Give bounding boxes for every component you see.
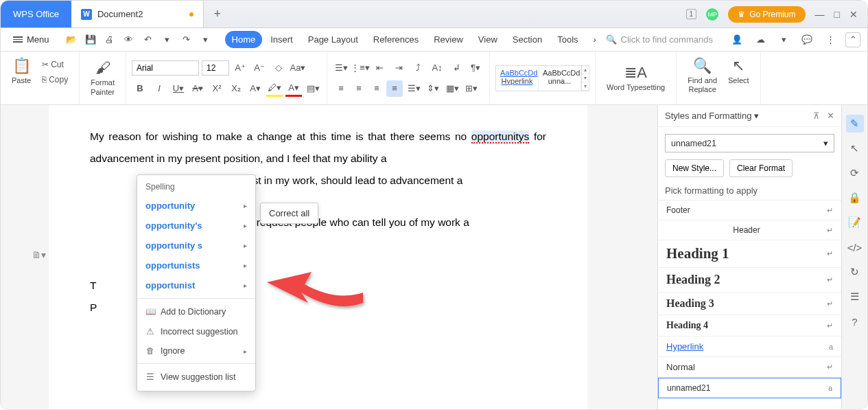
cloud-button[interactable]: ☁ (752, 32, 769, 48)
user-avatar[interactable]: MP (706, 8, 718, 21)
open-button[interactable]: 📂 (63, 32, 80, 48)
tab-home[interactable]: Home (225, 31, 263, 48)
style-hyperlink[interactable]: AaBbCcDd Hyperlink (496, 66, 539, 91)
change-case-button[interactable]: Aa▾ (290, 60, 306, 76)
styles-list[interactable]: Footer↵Header↵Heading 1↵Heading 2↵Headin… (658, 200, 841, 409)
highlight-button[interactable]: 🖊▾ (266, 80, 283, 97)
incorrect-suggestion-button[interactable]: ⚠Incorrect suggestion (137, 321, 255, 341)
line-spacing-button[interactable]: ⇕▾ (425, 80, 441, 97)
tab-review[interactable]: Review (427, 31, 470, 48)
tools-dropdown[interactable]: ▾ (775, 32, 792, 48)
bullets-button[interactable]: ☰▾ (333, 60, 349, 76)
find-replace-button[interactable]: 🔍 Find and Replace (682, 54, 723, 102)
suggestion-opportunists[interactable]: opportunists▸ (137, 255, 255, 275)
app-tab[interactable]: WPS Office (1, 1, 71, 27)
tab-view[interactable]: View (471, 31, 504, 48)
clear-format-button[interactable]: Clear Format (729, 159, 793, 177)
new-style-button[interactable]: New Style... (665, 159, 724, 177)
undo-dropdown[interactable]: ▾ (159, 32, 176, 48)
decrease-indent-button[interactable]: ⇤ (371, 60, 388, 76)
style-item-header[interactable]: Header↵ (658, 220, 841, 240)
paste-button[interactable]: 📋 Paste (6, 54, 36, 102)
feedback-button[interactable]: 💬 (799, 32, 815, 48)
redo-button[interactable]: ↷ (178, 32, 195, 48)
add-to-dictionary-button[interactable]: 📖Add to Dictionary (137, 301, 255, 321)
font-color-button[interactable]: A▾ (285, 80, 302, 97)
sort-button[interactable]: ⤴ (410, 60, 426, 76)
select-button[interactable]: ↖ Select (723, 54, 755, 102)
underline-button[interactable]: U▾ (170, 80, 187, 97)
show-marks-button[interactable]: ¶▾ (467, 60, 484, 76)
new-tab-button[interactable]: + (204, 7, 231, 21)
text-direction-button[interactable]: A↕ (429, 60, 445, 76)
tab-references[interactable]: References (366, 31, 425, 48)
font-size-input[interactable] (202, 60, 229, 76)
history-side-button[interactable]: ↻ (846, 263, 864, 281)
word-typesetting-button[interactable]: ≣A Word Typesetting (601, 61, 670, 95)
tab-page-layout[interactable]: Page Layout (301, 31, 365, 48)
more-button[interactable]: ⋮ (822, 32, 838, 48)
menu-button[interactable]: Menu (8, 32, 55, 47)
style-item-normal[interactable]: Normal↵ (658, 357, 841, 378)
line-jump-button[interactable]: ↲ (448, 60, 465, 76)
help-side-button[interactable]: ? (846, 312, 864, 330)
code-side-button[interactable]: </> (846, 238, 864, 256)
style-item-hyper[interactable]: Hyperlinka (658, 337, 841, 357)
select-side-button[interactable]: ↖ (846, 139, 864, 157)
superscript-button[interactable]: X² (209, 80, 225, 97)
bold-button[interactable]: B (132, 80, 148, 97)
navigation-side-button[interactable]: ⟳ (846, 164, 864, 182)
align-left-button[interactable]: ≡ (333, 80, 349, 97)
collapse-ribbon-button[interactable]: ⌃ (845, 32, 860, 47)
undo-button[interactable]: ↶ (140, 32, 156, 48)
view-suggestion-list-button[interactable]: ☰View suggestion list (137, 367, 255, 387)
style-item-footer[interactable]: Footer↵ (658, 201, 841, 220)
lock-side-button[interactable]: 🔒 (846, 189, 864, 207)
print-button[interactable]: 🖨 (102, 32, 118, 48)
styles-side-button[interactable]: ✎ (846, 115, 864, 133)
style-item-h1[interactable]: Heading 1↵ (658, 240, 841, 268)
distribute-button[interactable]: ☰▾ (406, 80, 422, 97)
suggestion-opportunitys-apos[interactable]: opportunity's▸ (137, 216, 255, 236)
borders-button[interactable]: ⊞▾ (463, 80, 480, 97)
minimize-button[interactable]: — (815, 9, 825, 20)
go-premium-button[interactable]: ♛ Go Premium (728, 6, 805, 23)
tab-section[interactable]: Section (506, 31, 549, 48)
page-icon[interactable]: 🗎▾ (32, 249, 46, 260)
style-unnamed[interactable]: AaBbCcDd unna... (539, 66, 581, 91)
subscript-button[interactable]: X₂ (228, 80, 244, 97)
list-side-button[interactable]: ☰ (846, 288, 864, 306)
window-count-badge[interactable]: 1 (686, 9, 697, 19)
suggestion-opportunity-s[interactable]: opportunity s▸ (137, 236, 255, 255)
text-effects-button[interactable]: A▾ (247, 80, 263, 97)
style-item-h4[interactable]: Heading 4↵ (658, 315, 841, 337)
suggestion-opportunist[interactable]: opportunist▸ (137, 275, 255, 295)
tab-insert[interactable]: Insert (263, 31, 300, 48)
save-button[interactable]: 💾 (82, 32, 99, 48)
numbering-button[interactable]: ⋮≡▾ (352, 60, 368, 76)
current-style-combo[interactable]: unnamed21 ▾ (665, 134, 834, 152)
copy-button[interactable]: ⎘Copy (39, 73, 71, 86)
share-button[interactable]: 👤 (729, 32, 745, 48)
spelling-error[interactable]: opportunitys (471, 130, 529, 144)
shading2-button[interactable]: ▦▾ (444, 80, 460, 97)
tabs-scroll-right[interactable]: › (587, 31, 603, 47)
shading-button[interactable]: ▤▾ (305, 80, 321, 97)
ignore-button[interactable]: 🗑Ignore▸ (137, 341, 255, 361)
suggestion-opportunity[interactable]: opportunity▸ (137, 196, 255, 216)
cut-button[interactable]: ✂Cut (39, 58, 71, 71)
style-item-h2[interactable]: Heading 2↵ (658, 268, 841, 293)
increase-indent-button[interactable]: ⇥ (390, 60, 407, 76)
style-item-h3[interactable]: Heading 3↵ (658, 293, 841, 315)
styles-gallery[interactable]: AaBbCcDd Hyperlink AaBbCcDd unna... ▴▾▾ (495, 65, 589, 91)
strikethrough-button[interactable]: A▾ (189, 80, 206, 97)
print-preview-button[interactable]: 👁 (121, 32, 137, 48)
align-center-button[interactable]: ≡ (351, 80, 367, 97)
grow-font-button[interactable]: A⁺ (232, 60, 248, 76)
italic-button[interactable]: I (151, 80, 167, 97)
document-tab[interactable]: W Document2 (71, 1, 204, 27)
tab-tools[interactable]: Tools (550, 31, 585, 48)
command-search[interactable]: 🔍 Click to find commands (606, 34, 718, 45)
font-name-input[interactable] (132, 60, 199, 76)
align-right-button[interactable]: ≡ (368, 80, 385, 97)
